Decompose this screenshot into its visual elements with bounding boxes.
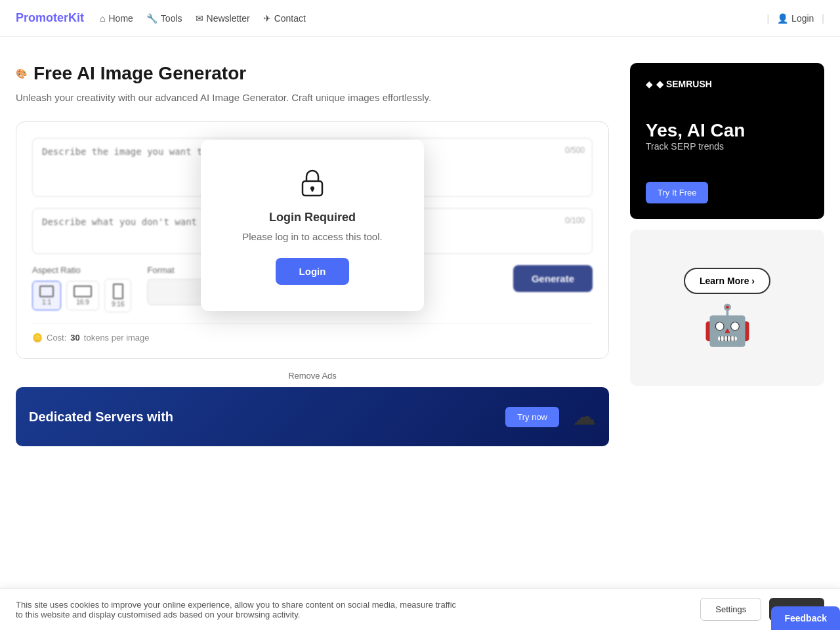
semrush-logo-icon: ◆ (646, 79, 652, 89)
logo-text2: Kit (68, 11, 84, 24)
nav-home[interactable]: ⌂ Home (100, 13, 133, 24)
navbar: PromoterKit ⌂ Home 🔧 Tools ✉ Newsletter … (0, 0, 840, 37)
learn-more-button[interactable]: Learn More › (684, 268, 770, 294)
ad-try-button[interactable]: Try now (505, 407, 559, 427)
semrush-cta-button[interactable]: Try It Free (646, 182, 708, 203)
semrush-logo: ◆ ◆ SEMRUSH (646, 79, 808, 89)
semrush-subtext: Track SERP trends (646, 141, 808, 152)
lock-icon (296, 167, 329, 200)
page-description: Unleash your creativity with our advance… (16, 92, 609, 103)
python-ad: Learn More › 🤖 (630, 230, 824, 386)
modal-title: Login Required (224, 211, 400, 224)
user-icon: 👤 (777, 13, 788, 24)
remove-ads-link[interactable]: Remove Ads (16, 371, 609, 381)
ad-robot-icon: ☁ (572, 403, 596, 430)
learn-more-label: Learn More › (700, 276, 755, 286)
login-modal: Login Required Please log in to access t… (201, 140, 424, 311)
lock-icon-wrap (295, 166, 329, 200)
left-panel: 🎨 Free AI Image Generator Unleash your c… (16, 63, 609, 446)
overlay-container: 0/500 0/100 Aspect Ratio 1:1 (32, 138, 593, 312)
nav-newsletter[interactable]: ✉ Newsletter (196, 13, 250, 24)
modal-description: Please log in to access this tool. (224, 231, 400, 242)
tool-card: 0/500 0/100 Aspect Ratio 1:1 (16, 121, 609, 359)
cost-row: 🪙 Cost: 30 tokens per image (32, 323, 593, 343)
nav-links: ⌂ Home 🔧 Tools ✉ Newsletter ✈ Contact (100, 13, 306, 24)
svg-rect-2 (312, 188, 314, 192)
modal-login-button[interactable]: Login (276, 258, 350, 285)
nav-contact[interactable]: ✈ Contact (263, 13, 306, 24)
logo-text1: Promoter (16, 11, 68, 24)
ad-banner-text: Dedicated Servers with (29, 410, 173, 425)
page-title-wrap: 🎨 Free AI Image Generator (16, 63, 609, 84)
tools-icon: 🔧 (146, 13, 158, 24)
nav-left: PromoterKit ⌂ Home 🔧 Tools ✉ Newsletter … (16, 11, 306, 25)
right-panel: ◆ ◆ SEMRUSH Yes, AI Can Track SERP trend… (630, 63, 824, 446)
login-modal-overlay: Login Required Please log in to access t… (32, 138, 593, 312)
cost-icon: 🪙 (32, 333, 43, 343)
logo[interactable]: PromoterKit (16, 11, 84, 25)
nav-right: | 👤 Login | (766, 13, 824, 24)
home-icon: ⌂ (100, 13, 105, 24)
nav-tools[interactable]: 🔧 Tools (146, 13, 182, 24)
bottom-ad-banner: Dedicated Servers with Try now ☁ (16, 387, 609, 446)
contact-icon: ✈ (263, 13, 271, 24)
semrush-headline: Yes, AI Can (646, 119, 808, 142)
main-content: 🎨 Free AI Image Generator Unleash your c… (0, 37, 840, 472)
page-emoji: 🎨 (16, 68, 27, 79)
login-button[interactable]: 👤 Login (777, 13, 814, 24)
python-robot-icon: 🤖 (703, 302, 752, 348)
page-title: Free AI Image Generator (33, 63, 246, 84)
newsletter-icon: ✉ (196, 13, 203, 24)
cost-text: Cost: (47, 333, 66, 343)
semrush-ad: ◆ ◆ SEMRUSH Yes, AI Can Track SERP trend… (630, 63, 824, 219)
cost-value: 30 (70, 333, 79, 343)
cost-unit: tokens per image (84, 333, 150, 343)
